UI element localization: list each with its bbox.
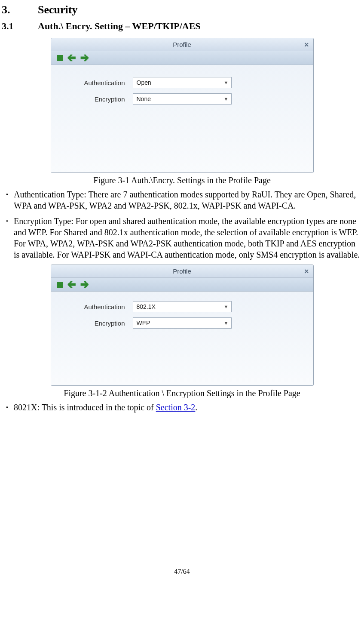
chevron-down-icon: ▼ [222,319,230,327]
encryption-row: Encryption None ▼ [60,93,305,105]
subsection-heading: 3.1 Auth.\ Encry. Setting – WEP/TKIP/AES [2,21,362,32]
bullet-authentication-type: Authentication Type: There are 7 authent… [3,189,362,211]
bullet-8021x-suffix: . [195,403,197,412]
authentication-row: Authentication 802.1X ▼ [60,301,305,312]
profile-dialog-1: Profile × 🡰 🡲 Authentication Open ▼ Encr… [51,38,314,173]
figure-2-caption: Figure 3-1-2 Authentication \ Encryption… [2,388,362,398]
page-number: 47/64 [2,568,362,575]
stop-icon[interactable] [57,55,63,61]
authentication-row: Authentication Open ▼ [60,77,305,88]
bullet-list-1: Authentication Type: There are 7 authent… [3,189,362,260]
authentication-value: 802.1X [137,303,156,310]
encryption-label: Encryption [60,95,133,103]
bullet-8021x-prefix: 8021X: This is introduced in the topic o… [14,403,156,412]
authentication-label: Authentication [60,79,133,86]
dialog-toolbar: 🡰 🡲 [51,51,313,65]
bullet-encryption-type: Encryption Type: For open and shared aut… [3,215,362,260]
dialog-title-text: Profile [173,268,191,275]
profile-dialog-2: Profile × 🡰 🡲 Authentication 802.1X ▼ En… [51,265,314,386]
encryption-select[interactable]: WEP ▼ [133,317,232,329]
dialog-titlebar: Profile × [51,38,313,51]
encryption-label: Encryption [60,320,133,327]
encryption-select[interactable]: None ▼ [133,93,232,105]
dialog-titlebar: Profile × [51,265,313,278]
section-number: 3. [2,3,38,16]
authentication-select[interactable]: Open ▼ [133,77,232,88]
back-arrow-icon[interactable]: 🡰 [67,54,76,62]
chevron-down-icon: ▼ [222,78,230,87]
chevron-down-icon: ▼ [222,302,230,311]
dialog-title-text: Profile [173,41,191,48]
subsection-title: Auth.\ Encry. Setting – WEP/TKIP/AES [38,21,201,32]
section-title: Security [38,3,77,16]
encryption-row: Encryption WEP ▼ [60,317,305,329]
figure-2-wrapper: Profile × 🡰 🡲 Authentication 802.1X ▼ En… [2,265,362,386]
dialog-toolbar: 🡰 🡲 [51,278,313,292]
figure-1-wrapper: Profile × 🡰 🡲 Authentication Open ▼ Encr… [2,38,362,173]
section-heading: 3. Security [2,3,362,16]
back-arrow-icon[interactable]: 🡰 [67,280,76,289]
authentication-select[interactable]: 802.1X ▼ [133,301,232,312]
authentication-value: Open [137,79,151,86]
dialog-body: Authentication Open ▼ Encryption None ▼ [51,65,313,172]
bullet-8021x: 8021X: This is introduced in the topic o… [3,402,362,413]
subsection-number: 3.1 [2,21,38,32]
dialog-body: Authentication 802.1X ▼ Encryption WEP ▼ [51,292,313,385]
chevron-down-icon: ▼ [222,95,230,103]
bullet-list-2: 8021X: This is introduced in the topic o… [3,402,362,413]
encryption-value: None [137,95,151,102]
forward-arrow-icon[interactable]: 🡲 [80,280,89,289]
stop-icon[interactable] [57,282,63,288]
close-icon[interactable]: × [304,267,309,276]
close-icon[interactable]: × [304,40,309,49]
encryption-value: WEP [137,320,150,326]
section-3-2-link[interactable]: Section 3-2 [156,403,196,412]
figure-1-caption: Figure 3-1 Auth.\Encry. Settings in the … [2,175,362,185]
authentication-label: Authentication [60,303,133,311]
forward-arrow-icon[interactable]: 🡲 [80,54,89,62]
